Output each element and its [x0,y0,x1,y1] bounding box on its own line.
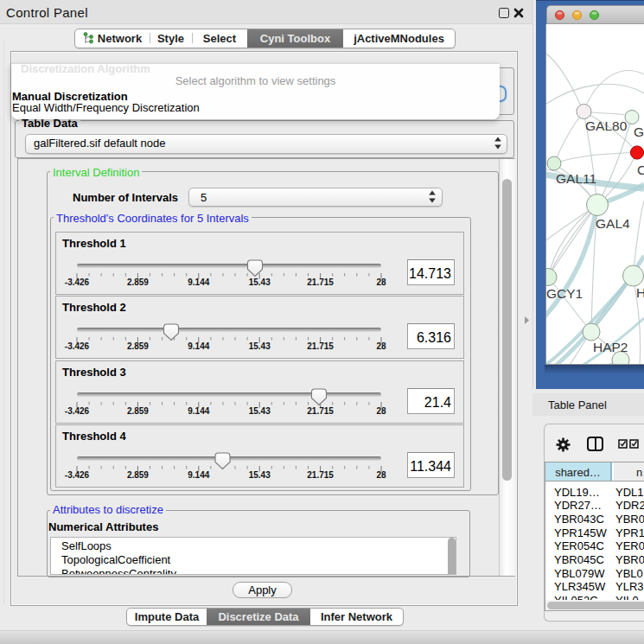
svg-text:GAL4: GAL4 [596,216,630,231]
svg-text:GAL11: GAL11 [556,171,596,186]
svg-text:H: H [636,285,644,300]
svg-text:GAL80: GAL80 [585,118,628,133]
svg-text:HAP2: HAP2 [593,340,628,354]
svg-text:C: C [637,163,644,177]
svg-text:G.: G. [634,124,644,139]
svg-text:GCY1: GCY1 [546,286,583,301]
